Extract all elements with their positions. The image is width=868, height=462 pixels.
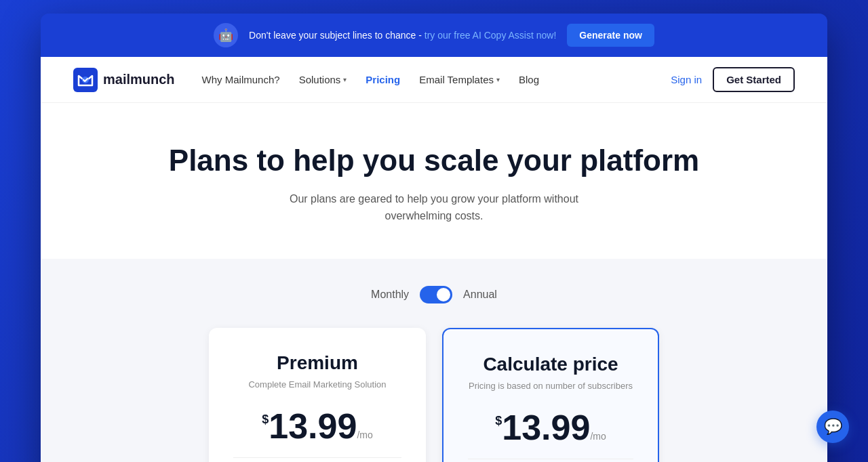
premium-price-display: $13.99/mo [233, 408, 401, 444]
generate-now-button[interactable]: Generate now [567, 24, 654, 47]
announcement-bar: 🤖 Don't leave your subject lines to chan… [41, 14, 827, 57]
pricing-section: Monthly Annual Premium Complete Email Ma… [41, 259, 827, 462]
logo-text: mailmunch [103, 72, 175, 87]
hero-subtitle: Our plans are geared to help you grow yo… [271, 190, 597, 225]
get-started-button[interactable]: Get Started [713, 67, 795, 92]
premium-card: Premium Complete Email Marketing Solutio… [209, 328, 426, 462]
email-templates-chevron-icon: ▾ [496, 76, 500, 83]
navbar-right: Sign in Get Started [671, 67, 795, 92]
navbar-left: mailmunch Why Mailmunch? Solutions ▾ Pri… [73, 68, 539, 92]
solutions-chevron-icon: ▾ [343, 76, 347, 83]
pricing-cards: Premium Complete Email Marketing Solutio… [73, 328, 795, 462]
premium-period: /mo [357, 429, 372, 440]
logo-icon [73, 68, 98, 92]
monthly-label: Monthly [371, 289, 409, 301]
hero-title: Plans to help you scale your platform [73, 144, 795, 178]
calculate-price-card: Calculate price Pricing is based on numb… [442, 328, 659, 462]
premium-card-subtitle: Complete Email Marketing Solution [233, 379, 401, 390]
calculate-currency: $ [495, 414, 502, 427]
announcement-link[interactable]: try our free AI Copy Assist now! [425, 30, 557, 41]
premium-feature-label: All of our best features [233, 457, 401, 462]
chat-button[interactable]: 💬 [816, 411, 849, 443]
billing-toggle-switch[interactable] [420, 286, 452, 303]
main-content: mailmunch Why Mailmunch? Solutions ▾ Pri… [41, 57, 827, 462]
announcement-text: Don't leave your subject lines to chance… [249, 30, 556, 41]
annual-label: Annual [463, 289, 497, 301]
premium-amount: 13.99 [269, 406, 357, 446]
billing-toggle: Monthly Annual [73, 286, 795, 303]
nav-link-blog[interactable]: Blog [519, 74, 539, 85]
calculate-card-title: Calculate price [468, 354, 633, 375]
navbar: mailmunch Why Mailmunch? Solutions ▾ Pri… [41, 57, 827, 103]
calculate-amount: 13.99 [502, 408, 590, 447]
sign-in-button[interactable]: Sign in [671, 74, 702, 85]
browser-window: 🤖 Don't leave your subject lines to chan… [41, 14, 827, 462]
toggle-knob [437, 288, 450, 301]
calculate-price-display: $13.99/mo [468, 410, 633, 445]
premium-currency: $ [262, 413, 269, 426]
announcement-text-before: Don't leave your subject lines to chance… [249, 30, 422, 41]
nav-link-why[interactable]: Why Mailmunch? [202, 74, 280, 85]
logo[interactable]: mailmunch [73, 68, 175, 92]
announcement-avatar: 🤖 [214, 23, 238, 47]
nav-link-pricing[interactable]: Pricing [366, 74, 400, 85]
nav-link-solutions[interactable]: Solutions ▾ [299, 74, 347, 85]
premium-card-title: Premium [233, 352, 401, 374]
calculate-period: /mo [590, 431, 606, 442]
avatar-icon: 🤖 [218, 28, 233, 43]
hero-section: Plans to help you scale your platform Ou… [41, 103, 827, 259]
chat-icon: 💬 [824, 418, 842, 436]
calculate-feature-label: What is the size of your list? [468, 459, 633, 462]
nav-link-email-templates[interactable]: Email Templates ▾ [419, 74, 500, 85]
calculate-card-subtitle: Pricing is based on number of subscriber… [468, 381, 633, 391]
nav-links: Why Mailmunch? Solutions ▾ Pricing Email… [202, 74, 539, 85]
